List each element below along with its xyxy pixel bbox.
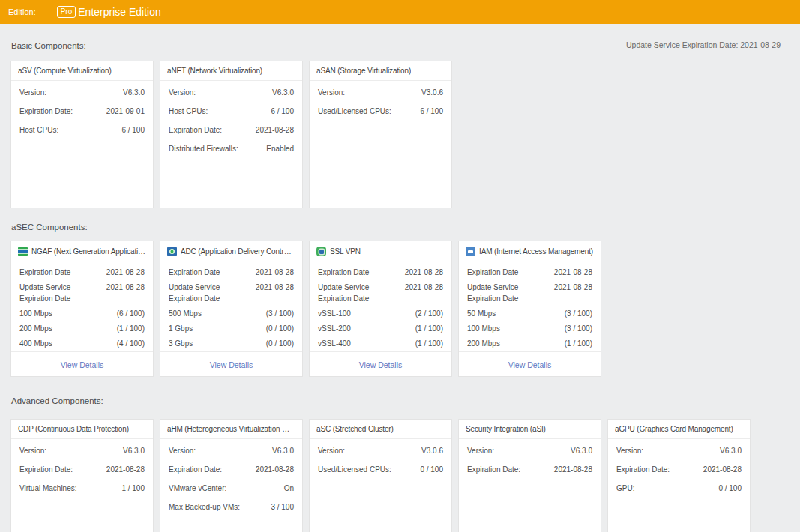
- view-details-link-sslvpn[interactable]: View Details: [359, 360, 403, 369]
- row-label: 200 Mbps: [19, 323, 52, 334]
- card-header-adc: ADC (Application Delivery Controller): [160, 241, 302, 262]
- component-card-asi: Security Integration (aSI)Version:V6.3.0…: [458, 419, 601, 532]
- row-label: Version:: [169, 445, 196, 456]
- card-title-asan: aSAN (Storage Virtualization): [316, 67, 411, 75]
- row-value: (0 / 100): [266, 338, 294, 349]
- card-header-cdp: CDP (Continuous Data Protection): [11, 420, 153, 439]
- row-label: Update Service Expiration Date: [169, 282, 247, 304]
- card-header-sslvpn: SSL VPN: [310, 241, 451, 262]
- card-row: Expiration Date:2021-08-28: [608, 460, 750, 479]
- card-row: vSSL-100(2 / 100): [310, 306, 451, 321]
- row-value: 6 / 100: [271, 106, 294, 117]
- row-label: Expiration Date: [467, 267, 518, 278]
- card-row: Expiration Date2021-08-28: [160, 265, 302, 279]
- row-value: V6.3.0: [720, 445, 742, 456]
- card-header-ahm: aHM (Heterogeneous Virtualization Mgt): [160, 420, 302, 439]
- card-row: GPU:0 / 100: [608, 479, 750, 498]
- row-label: 500 Mbps: [169, 308, 202, 319]
- card-header-iam: IAM (Internet Access Management): [459, 241, 601, 262]
- row-label: Version:: [19, 445, 46, 456]
- row-label: 100 Mbps: [467, 323, 500, 334]
- row-value: 0 / 100: [718, 483, 742, 494]
- row-label: Expiration Date: [318, 267, 369, 278]
- row-label: Expiration Date: [19, 267, 70, 278]
- card-header-asc: aSC (Stretched Cluster): [310, 420, 451, 439]
- card-row: Version:V6.3.0: [11, 441, 153, 460]
- card-row: Version:V6.3.0: [608, 441, 750, 460]
- card-body-asc: Version:V3.0.6Used/Licensed CPUs:0 / 100: [310, 439, 451, 532]
- card-row: Distributed Firewalls:Enabled: [160, 139, 302, 158]
- card-header-asv: aSV (Compute Virtualization): [11, 61, 153, 81]
- row-label: Host CPUs:: [169, 106, 208, 117]
- row-value: (6 / 100): [117, 308, 145, 319]
- card-body-asan: Version:V3.0.6Used/Licensed CPUs:6 / 100: [310, 81, 451, 208]
- row-label: Version:: [467, 445, 494, 456]
- row-label: 1 Gbps: [169, 323, 193, 334]
- row-label: vSSL-400: [318, 338, 351, 349]
- component-card-adc: ADC (Application Delivery Controller)Exp…: [160, 241, 303, 377]
- row-label: vSSL-100: [318, 308, 351, 319]
- row-value: 2021-08-28: [256, 124, 294, 136]
- card-header-asi: Security Integration (aSI): [459, 420, 601, 439]
- row-label: Expiration Date:: [616, 464, 670, 475]
- row-value: On: [284, 483, 294, 494]
- component-card-asv: aSV (Compute Virtualization)Version:V6.3…: [10, 61, 154, 208]
- card-body-iam: Expiration Date2021-08-28Update Service …: [459, 262, 601, 351]
- card-title-agpu: aGPU (Graphics Card Management): [615, 425, 733, 433]
- view-details-link-ngaf[interactable]: View Details: [61, 360, 104, 369]
- card-row: Expiration Date:2021-08-28: [160, 121, 302, 139]
- row-label: Version:: [616, 445, 643, 456]
- row-value: 1 / 100: [121, 483, 145, 494]
- row-value: 2021-08-28: [554, 282, 592, 293]
- row-value: V6.3.0: [123, 445, 145, 456]
- row-label: vSSL-200: [318, 323, 351, 334]
- card-row: 100 Mbps(6 / 100): [11, 306, 153, 321]
- card-row: Version:V6.3.0: [160, 83, 302, 102]
- row-value: (1 / 100): [415, 323, 443, 334]
- row-value: (3 / 100): [565, 308, 592, 319]
- row-label: VMware vCenter:: [169, 483, 226, 494]
- row-value: V6.3.0: [123, 87, 145, 98]
- card-row: Expiration Date2021-08-28: [310, 265, 451, 279]
- view-details-link-iam[interactable]: View Details: [508, 360, 552, 369]
- row-value: 2021-08-28: [554, 267, 592, 278]
- card-header-asan: aSAN (Storage Virtualization): [310, 61, 451, 81]
- edition-label: Edition:: [8, 7, 36, 16]
- card-row: 400 Mbps(4 / 100): [11, 336, 153, 351]
- pro-badge: Pro: [57, 6, 76, 18]
- card-row: Max Backed-up VMs:3 / 100: [160, 498, 302, 516]
- row-label: Version:: [169, 87, 196, 98]
- card-title-ngaf: NGAF (Next Generation Application ...: [31, 247, 146, 256]
- row-value: 2021-08-28: [106, 464, 145, 475]
- row-label: Version:: [318, 87, 345, 98]
- row-value: 2021-08-28: [106, 267, 145, 278]
- card-row: Used/Licensed CPUs:0 / 100: [310, 460, 451, 479]
- row-value: Enabled: [266, 143, 294, 154]
- row-value: V3.0.6: [421, 445, 443, 456]
- row-value: 6 / 100: [420, 106, 443, 117]
- row-value: 2021-08-28: [703, 464, 742, 475]
- section-advanced: Advanced Components:CDP (Continuous Data…: [10, 377, 790, 532]
- component-card-cdp: CDP (Continuous Data Protection)Version:…: [10, 419, 154, 532]
- section-title-asec: aSEC Components:: [11, 208, 790, 241]
- card-title-asc: aSC (Stretched Cluster): [316, 425, 394, 433]
- view-details-link-adc[interactable]: View Details: [210, 360, 253, 369]
- sslvpn-icon: [316, 247, 326, 256]
- card-row: Expiration Date:2021-09-01: [11, 102, 153, 121]
- card-body-asv: Version:V6.3.0Expiration Date:2021-09-01…: [11, 81, 153, 208]
- card-title-adc: ADC (Application Delivery Controller): [181, 247, 295, 256]
- row-value: (2 / 100): [415, 308, 443, 319]
- card-row: Host CPUs:6 / 100: [11, 121, 153, 139]
- card-row: Expiration Date:2021-08-28: [459, 460, 601, 479]
- card-row: Update Service Expiration Date2021-08-28: [11, 279, 153, 306]
- row-label: Expiration Date:: [19, 464, 73, 475]
- card-body-agpu: Version:V6.3.0Expiration Date:2021-08-28…: [608, 439, 750, 532]
- row-label: Expiration Date:: [169, 124, 222, 136]
- card-row: Update Service Expiration Date2021-08-28: [160, 279, 302, 306]
- row-value: 3 / 100: [271, 501, 294, 513]
- topbar: Edition: Pro Enterprise Edition: [0, 0, 800, 24]
- row-value: 0 / 100: [420, 464, 443, 475]
- card-body-adc: Expiration Date2021-08-28Update Service …: [160, 262, 302, 351]
- card-row: Version:V3.0.6: [310, 83, 451, 102]
- section-asec: aSEC Components:NGAF (Next Generation Ap…: [10, 208, 790, 377]
